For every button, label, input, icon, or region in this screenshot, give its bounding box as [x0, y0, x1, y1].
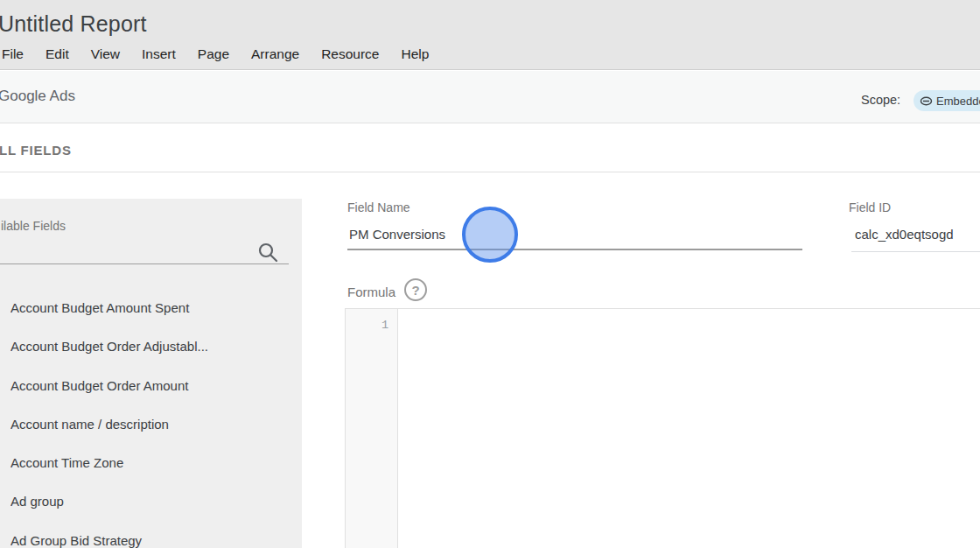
field-name-input[interactable]: PM Conversions: [349, 227, 445, 242]
scope-chip[interactable]: Embedde: [914, 90, 980, 111]
attachment-icon: [920, 95, 933, 108]
field-id-underline: [851, 251, 980, 252]
menu-page[interactable]: Page: [198, 46, 229, 62]
field-id-value: calc_xd0eqtsogd: [855, 227, 954, 242]
editor-gutter: 1: [346, 309, 398, 548]
click-indicator: [462, 207, 518, 263]
list-item[interactable]: Ad Group Bid Strategy: [10, 522, 290, 548]
datasource-toolbar: Google Ads Scope: Embedde: [0, 71, 980, 123]
datasource-name: Google Ads: [0, 88, 75, 105]
field-name-underline: [347, 249, 802, 250]
formula-input[interactable]: [399, 309, 980, 548]
field-id-label: Field ID: [849, 200, 891, 214]
app-header: Untitled Report File Edit View Insert Pa…: [0, 0, 980, 70]
field-list: Account Budget Amount Spent Account Budg…: [10, 289, 290, 548]
list-item[interactable]: Account Budget Order Adjustabl...: [10, 327, 290, 366]
scope-chip-label: Embedde: [936, 95, 980, 108]
available-fields-label: ilable Fields: [1, 219, 66, 233]
available-fields-panel: ilable Fields Account Budget Amount Spen…: [0, 199, 302, 548]
menu-edit[interactable]: Edit: [46, 46, 69, 62]
list-item[interactable]: Account Budget Amount Spent: [10, 289, 290, 327]
list-item[interactable]: Account Time Zone: [10, 444, 290, 482]
menu-view[interactable]: View: [91, 46, 120, 62]
line-number: 1: [382, 319, 388, 332]
list-item[interactable]: Account name / description: [10, 405, 290, 444]
help-icon[interactable]: ?: [404, 278, 427, 301]
menu-arrange[interactable]: Arrange: [251, 46, 299, 62]
fields-tabbar: LL FIELDS: [0, 124, 980, 172]
field-name-label: Field Name: [347, 200, 410, 214]
list-item[interactable]: Ad group: [10, 482, 290, 521]
report-title[interactable]: Untitled Report: [0, 11, 147, 37]
formula-label: Formula: [347, 285, 396, 299]
menu-resource[interactable]: Resource: [321, 46, 379, 62]
scope-label: Scope:: [861, 93, 900, 107]
menu-insert[interactable]: Insert: [142, 46, 176, 62]
tab-all-fields[interactable]: LL FIELDS: [0, 143, 72, 158]
menubar: File Edit View Insert Page Arrange Resou…: [2, 46, 429, 62]
formula-editor: 1: [345, 308, 980, 548]
list-item[interactable]: Account Budget Order Amount: [10, 367, 290, 405]
search-underline: [0, 263, 289, 264]
menu-help[interactable]: Help: [402, 46, 430, 62]
search-icon[interactable]: [256, 241, 279, 263]
menu-file[interactable]: File: [2, 46, 24, 62]
